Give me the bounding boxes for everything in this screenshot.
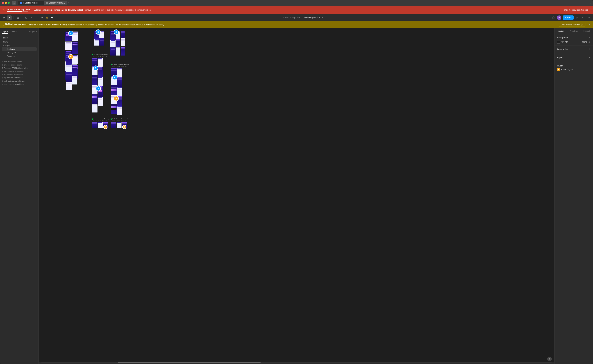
design-frame[interactable] [92,58,97,66]
layer-item[interactable]: ⊞ md: features: virtual ibans [0,79,39,83]
present-button[interactable]: ▶ [575,15,580,20]
design-frame[interactable] [110,40,115,47]
background-color-swatch[interactable] [557,41,560,44]
layer-item[interactable]: ⊞ sm: features: virtual ibans [0,83,39,86]
zoom-button[interactable]: 4% [586,15,591,20]
plugin-section: Plugin ✦ Clean Layers — [554,63,593,73]
page-item-graveyard[interactable]: Graveyard [2,51,37,54]
plugin-item-clean-layers[interactable]: ✦ Clean Layers — [557,68,590,71]
minimize-button[interactable] [5,2,7,4]
tool-pen[interactable] [29,15,34,20]
page-item-sketches[interactable]: Sketches [2,47,37,51]
add-tab-button[interactable]: + [67,1,70,4]
tool-move[interactable] [7,15,12,20]
design-frame[interactable] [72,76,77,84]
tab-close-marketing[interactable]: × [40,2,42,4]
design-frame[interactable] [92,75,97,85]
tab-marketing-website[interactable]: F Marketing website × [18,1,44,5]
design-frame[interactable] [121,47,125,56]
show-tips-button-yellow[interactable]: Show memory-reduction tips [559,23,586,27]
add-export-button[interactable]: + [589,56,590,59]
more-options-button[interactable]: ... [589,1,591,5]
tool-rectangle[interactable] [24,15,29,20]
design-frame[interactable] [99,38,104,46]
tool-comment[interactable]: 💬 [50,15,54,20]
tool-text[interactable]: T [34,15,39,20]
scrollbar-track-horizontal[interactable] [41,362,552,363]
scrollbar-thumb-horizontal[interactable] [118,362,261,363]
show-tips-button-red[interactable]: Show memory-reduction tips [561,8,590,12]
design-frame[interactable] [66,82,72,90]
design-frame[interactable] [98,67,103,77]
design-frame[interactable] [98,122,103,128]
design-frame[interactable] [117,122,121,128]
headphones-button[interactable]: 🎧 [551,15,556,20]
maximize-button[interactable] [8,2,10,4]
help-button[interactable]: ? [547,357,552,361]
page-item-roadmap[interactable]: Roadmap [2,54,37,58]
design-frame[interactable] [98,97,103,106]
tool-component[interactable] [40,15,44,20]
home-button[interactable]: ⌂ [12,1,16,5]
tab-inspect[interactable]: Inspect [580,28,593,34]
layer-item[interactable]: ⊞ md: use cases: leisure [0,60,39,63]
page-item-pages-group[interactable]: ▾ Pages [2,44,37,47]
page-item-cover[interactable]: Cover [2,40,37,44]
design-frame[interactable] [117,87,122,96]
memory-warning-strong-red: Adding content is no longer safe as data… [34,9,83,11]
design-frame[interactable] [98,58,103,67]
design-frame[interactable] [111,122,116,128]
share-button[interactable]: Share [563,15,574,20]
add-local-style-button[interactable]: + [589,48,590,51]
layer-item[interactable]: ⊞ lg: features: virtual ibans [0,76,39,79]
design-frame[interactable] [111,104,117,114]
design-frame[interactable] [117,77,122,87]
design-frame[interactable] [66,72,72,82]
tool-hand[interactable]: ✋ [45,15,49,20]
layer-item[interactable]: ⊞ xl: features: virtual ibans [0,73,39,76]
design-frame[interactable] [98,77,103,86]
design-frame[interactable] [111,68,117,76]
close-yellow-warning[interactable]: ✕ [588,23,590,26]
design-frame[interactable] [116,47,120,56]
dropdown-icon[interactable]: ▾ [322,16,323,19]
tab-prototype[interactable]: Prototype [567,28,580,34]
design-frame[interactable] [116,39,120,47]
tool-frame[interactable] [16,15,20,20]
layer-item[interactable]: ⊞ sm: use cases: leisure [0,63,39,66]
accessibility-button[interactable]: A? [581,15,585,20]
close-button[interactable] [2,2,4,4]
design-frame[interactable] [92,94,97,104]
design-frame[interactable] [121,38,125,46]
design-frame[interactable] [72,65,77,75]
add-background-button[interactable]: + [589,36,590,39]
design-frame[interactable] [117,106,122,115]
design-frame[interactable] [65,41,72,50]
toolbar-center: Master design files / Marketing website … [56,16,550,19]
tab-design-system[interactable]: D Design System 2.0 [44,1,67,5]
design-frame[interactable] [117,68,122,77]
pages-dropdown[interactable]: Pages ▾ [29,31,37,33]
design-frame[interactable] [72,41,78,54]
design-frame[interactable] [92,122,97,128]
canvas-area[interactable]: R [39,28,554,364]
avatar[interactable]: R [557,15,561,20]
design-frame[interactable] [110,47,115,56]
frame-dot-crowdfunding [92,118,93,120]
background-row: 1E1E1E 100% 👁 [557,41,590,44]
layer-item[interactable]: T Features: API First Integration [0,66,39,70]
design-frame[interactable] [94,39,99,46]
design-frame[interactable] [66,64,72,72]
add-page-button[interactable]: + [35,36,37,39]
tab-design[interactable]: Design [554,28,567,34]
tab-layers[interactable]: Layers [2,30,8,34]
visibility-toggle[interactable]: 👁 [588,41,590,43]
tab-assets[interactable]: Assets [11,30,17,33]
tool-select[interactable] [2,15,7,20]
layer-item[interactable]: ⊞ 2xl: features: virtual ibans [0,70,39,73]
plugin-collapse-button[interactable]: — [588,68,590,71]
design-frame[interactable] [111,85,117,95]
design-frame[interactable] [92,104,97,112]
design-frame[interactable] [121,31,125,38]
canvas-viewport[interactable]: R [39,28,554,364]
